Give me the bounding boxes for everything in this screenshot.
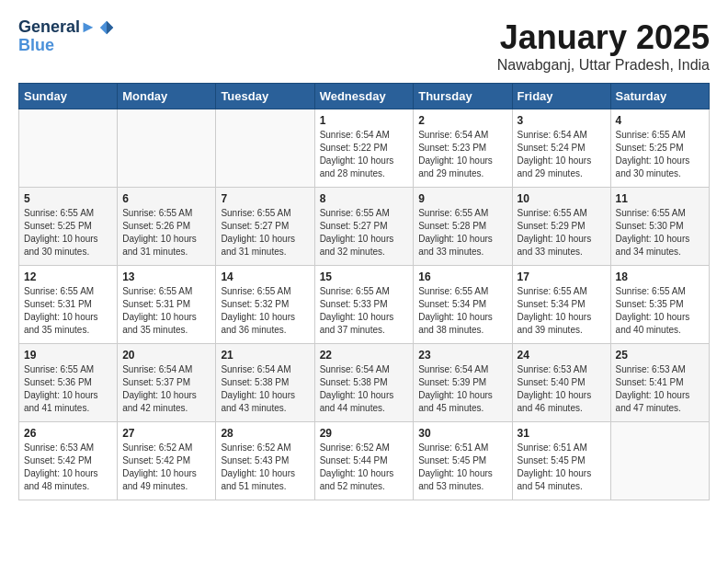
day-info: Sunrise: 6:55 AM Sunset: 5:27 PM Dayligh… [221,207,309,259]
day-info: Sunrise: 6:55 AM Sunset: 5:33 PM Dayligh… [320,285,409,337]
day-info: Sunrise: 6:51 AM Sunset: 5:45 PM Dayligh… [418,442,506,493]
day-info: Sunrise: 6:55 AM Sunset: 5:34 PM Dayligh… [418,285,506,337]
day-number: 10 [518,192,606,205]
calendar-cell [118,109,216,188]
day-number: 23 [418,349,506,362]
month-title: January 2025 [497,18,710,57]
day-info: Sunrise: 6:53 AM Sunset: 5:42 PM Dayligh… [24,442,112,493]
day-number: 8 [320,192,409,205]
day-number: 21 [221,349,309,362]
calendar-cell: 25Sunrise: 6:53 AM Sunset: 5:41 PM Dayli… [610,344,709,422]
weekday-header: Saturday [610,84,709,109]
day-info: Sunrise: 6:54 AM Sunset: 5:38 PM Dayligh… [221,363,309,415]
calendar-cell: 4Sunrise: 6:55 AM Sunset: 5:25 PM Daylig… [610,109,709,188]
day-info: Sunrise: 6:55 AM Sunset: 5:31 PM Dayligh… [122,285,210,337]
calendar-cell: 22Sunrise: 6:54 AM Sunset: 5:38 PM Dayli… [314,344,414,422]
day-info: Sunrise: 6:54 AM Sunset: 5:39 PM Dayligh… [418,363,506,415]
day-number: 17 [518,270,606,283]
calendar-week-row: 19Sunrise: 6:55 AM Sunset: 5:36 PM Dayli… [19,344,710,422]
day-number: 30 [418,427,506,440]
day-info: Sunrise: 6:55 AM Sunset: 5:36 PM Dayligh… [24,363,112,415]
location: Nawabganj, Uttar Pradesh, India [497,57,710,74]
day-number: 5 [24,192,112,205]
day-number: 3 [518,114,606,127]
day-info: Sunrise: 6:54 AM Sunset: 5:24 PM Dayligh… [518,129,606,180]
calendar-cell: 8Sunrise: 6:55 AM Sunset: 5:27 PM Daylig… [314,188,414,266]
calendar-cell: 24Sunrise: 6:53 AM Sunset: 5:40 PM Dayli… [512,344,610,422]
calendar-cell: 29Sunrise: 6:52 AM Sunset: 5:44 PM Dayli… [314,422,414,500]
day-info: Sunrise: 6:55 AM Sunset: 5:28 PM Dayligh… [418,207,506,259]
calendar-table: SundayMondayTuesdayWednesdayThursdayFrid… [18,83,710,500]
day-number: 7 [221,192,309,205]
calendar-week-row: 1Sunrise: 6:54 AM Sunset: 5:22 PM Daylig… [19,109,710,188]
calendar-cell: 13Sunrise: 6:55 AM Sunset: 5:31 PM Dayli… [118,266,216,344]
calendar-cell [216,109,314,188]
day-number: 20 [122,349,210,362]
calendar-cell: 20Sunrise: 6:54 AM Sunset: 5:37 PM Dayli… [118,344,216,422]
calendar-cell: 2Sunrise: 6:54 AM Sunset: 5:23 PM Daylig… [414,109,512,188]
calendar-cell [610,422,709,500]
day-info: Sunrise: 6:55 AM Sunset: 5:25 PM Dayligh… [616,129,704,180]
day-info: Sunrise: 6:53 AM Sunset: 5:41 PM Dayligh… [616,363,704,415]
logo-blue: Blue [18,37,115,55]
calendar-cell: 6Sunrise: 6:55 AM Sunset: 5:26 PM Daylig… [118,188,216,266]
logo-text: General► [18,18,97,37]
day-number: 26 [24,427,112,440]
day-info: Sunrise: 6:51 AM Sunset: 5:45 PM Dayligh… [518,442,606,493]
day-info: Sunrise: 6:55 AM Sunset: 5:25 PM Dayligh… [24,207,112,259]
calendar-cell: 14Sunrise: 6:55 AM Sunset: 5:32 PM Dayli… [216,266,314,344]
day-number: 1 [320,114,409,127]
calendar-cell: 12Sunrise: 6:55 AM Sunset: 5:31 PM Dayli… [19,266,118,344]
weekday-header: Sunday [19,84,118,109]
day-number: 15 [320,270,409,283]
day-info: Sunrise: 6:52 AM Sunset: 5:44 PM Dayligh… [320,442,409,493]
logo-icon [98,19,115,36]
calendar-cell: 21Sunrise: 6:54 AM Sunset: 5:38 PM Dayli… [216,344,314,422]
calendar-cell: 1Sunrise: 6:54 AM Sunset: 5:22 PM Daylig… [314,109,414,188]
day-info: Sunrise: 6:54 AM Sunset: 5:23 PM Dayligh… [418,129,506,180]
calendar-week-row: 5Sunrise: 6:55 AM Sunset: 5:25 PM Daylig… [19,188,710,266]
day-number: 29 [320,427,409,440]
page-header: General► Blue January 2025 Nawabganj, Ut… [18,18,710,74]
day-info: Sunrise: 6:55 AM Sunset: 5:31 PM Dayligh… [24,285,112,337]
day-info: Sunrise: 6:55 AM Sunset: 5:35 PM Dayligh… [616,285,704,337]
calendar-cell: 19Sunrise: 6:55 AM Sunset: 5:36 PM Dayli… [19,344,118,422]
weekday-header: Tuesday [216,84,314,109]
calendar-cell: 23Sunrise: 6:54 AM Sunset: 5:39 PM Dayli… [414,344,512,422]
day-number: 9 [418,192,506,205]
calendar-cell [19,109,118,188]
day-info: Sunrise: 6:55 AM Sunset: 5:27 PM Dayligh… [320,207,409,259]
calendar-cell: 3Sunrise: 6:54 AM Sunset: 5:24 PM Daylig… [512,109,610,188]
day-number: 24 [518,349,606,362]
weekday-header: Thursday [414,84,512,109]
calendar-cell: 31Sunrise: 6:51 AM Sunset: 5:45 PM Dayli… [512,422,610,500]
day-number: 11 [616,192,704,205]
day-number: 22 [320,349,409,362]
calendar-week-row: 12Sunrise: 6:55 AM Sunset: 5:31 PM Dayli… [19,266,710,344]
calendar-cell: 17Sunrise: 6:55 AM Sunset: 5:34 PM Dayli… [512,266,610,344]
weekday-header: Monday [118,84,216,109]
day-info: Sunrise: 6:55 AM Sunset: 5:34 PM Dayligh… [518,285,606,337]
calendar-cell: 5Sunrise: 6:55 AM Sunset: 5:25 PM Daylig… [19,188,118,266]
logo: General► Blue [18,18,115,55]
calendar-week-row: 26Sunrise: 6:53 AM Sunset: 5:42 PM Dayli… [19,422,710,500]
calendar-cell: 30Sunrise: 6:51 AM Sunset: 5:45 PM Dayli… [414,422,512,500]
calendar-cell: 9Sunrise: 6:55 AM Sunset: 5:28 PM Daylig… [414,188,512,266]
title-block: January 2025 Nawabganj, Uttar Pradesh, I… [497,18,710,74]
day-number: 18 [616,270,704,283]
calendar-cell: 28Sunrise: 6:52 AM Sunset: 5:43 PM Dayli… [216,422,314,500]
calendar-cell: 11Sunrise: 6:55 AM Sunset: 5:30 PM Dayli… [610,188,709,266]
day-number: 31 [518,427,606,440]
day-info: Sunrise: 6:54 AM Sunset: 5:37 PM Dayligh… [122,363,210,415]
calendar-cell: 27Sunrise: 6:52 AM Sunset: 5:42 PM Dayli… [118,422,216,500]
day-info: Sunrise: 6:52 AM Sunset: 5:42 PM Dayligh… [122,442,210,493]
day-number: 12 [24,270,112,283]
day-number: 14 [221,270,309,283]
day-number: 2 [418,114,506,127]
calendar-cell: 15Sunrise: 6:55 AM Sunset: 5:33 PM Dayli… [314,266,414,344]
weekday-header: Wednesday [314,84,414,109]
calendar-cell: 18Sunrise: 6:55 AM Sunset: 5:35 PM Dayli… [610,266,709,344]
day-info: Sunrise: 6:54 AM Sunset: 5:38 PM Dayligh… [320,363,409,415]
calendar-cell: 16Sunrise: 6:55 AM Sunset: 5:34 PM Dayli… [414,266,512,344]
day-info: Sunrise: 6:53 AM Sunset: 5:40 PM Dayligh… [518,363,606,415]
